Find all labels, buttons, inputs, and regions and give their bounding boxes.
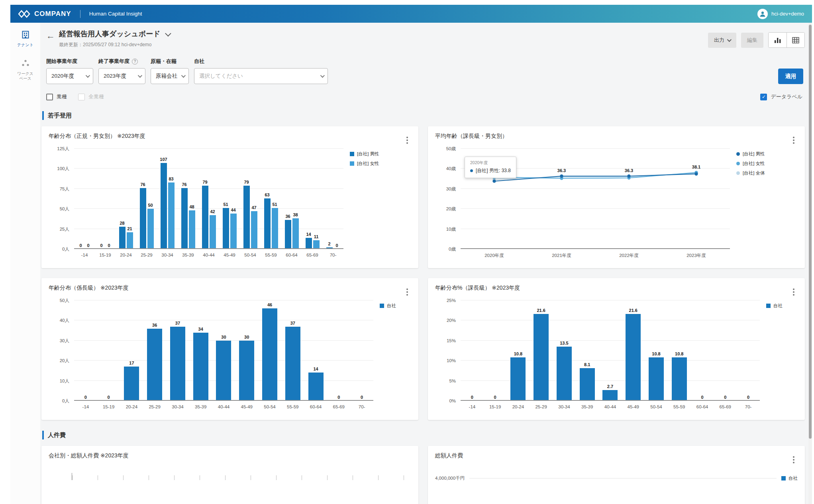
bar[interactable]: 11 — [313, 240, 320, 249]
kebab-menu-button[interactable] — [790, 133, 798, 142]
category-group: 0 — [350, 300, 373, 401]
vertical-scrollbar[interactable] — [808, 23, 812, 504]
chart-tooltip: 2020年度[自社] 男性: 33.8 — [465, 157, 516, 178]
legend-item: [自社] 男性 — [736, 151, 798, 157]
bar[interactable]: 76 — [140, 188, 146, 249]
chevron-down-icon[interactable] — [165, 30, 171, 37]
chart-view-button[interactable] — [769, 33, 787, 47]
bar[interactable]: 42 — [210, 215, 216, 249]
y-axis-tick: 25人 — [60, 226, 69, 232]
company-select[interactable]: 選択してください — [194, 68, 328, 84]
edit-button[interactable]: 編集 — [741, 33, 763, 48]
data-label: 36.3 — [625, 168, 633, 173]
sidebar-item-label: テナント — [17, 43, 33, 48]
back-arrow-icon[interactable]: ← — [46, 31, 55, 41]
bar[interactable]: 50 — [147, 209, 154, 249]
bar[interactable]: 107 — [161, 163, 167, 249]
x-axis-tick: 70- — [737, 404, 760, 409]
all-industry-checkbox[interactable]: 全業種 — [78, 93, 104, 100]
bar[interactable]: 8.1 — [580, 368, 595, 401]
bar[interactable]: 14 — [306, 238, 312, 249]
help-icon[interactable]: ? — [132, 59, 138, 65]
bar[interactable]: 36 — [285, 220, 291, 249]
bar[interactable]: 79 — [243, 186, 250, 249]
bar[interactable]: 10.8 — [510, 357, 526, 401]
sidebar-item-tenant[interactable]: テナント — [16, 30, 35, 47]
data-label-checkbox[interactable]: ✓ データラベル — [760, 93, 802, 100]
bar[interactable]: 21.6 — [626, 314, 641, 401]
data-point[interactable] — [694, 172, 698, 175]
x-axis-tick: 40-44 — [198, 253, 219, 257]
data-label: 2 — [328, 241, 330, 246]
bar[interactable]: 21.6 — [534, 314, 549, 401]
bar[interactable]: 17 — [124, 367, 139, 401]
scrollbar-thumb[interactable] — [809, 25, 812, 439]
bar[interactable]: 13.5 — [557, 347, 572, 401]
bar[interactable]: 76 — [181, 188, 188, 249]
bar[interactable]: 34 — [193, 333, 208, 401]
bar[interactable]: 37 — [285, 327, 300, 401]
bar[interactable]: 47 — [251, 211, 257, 249]
industry-checkbox[interactable]: 業種 — [46, 93, 67, 100]
bar[interactable]: 79 — [202, 186, 208, 249]
bar[interactable]: 46 — [262, 308, 277, 401]
category-group: 5144 — [219, 149, 240, 249]
gridline — [461, 400, 760, 401]
data-label: 0 — [494, 395, 496, 400]
data-label: 51 — [272, 202, 277, 207]
bar[interactable]: 48 — [189, 210, 195, 249]
bar[interactable]: 10.8 — [649, 357, 664, 401]
bar[interactable]: 51 — [223, 208, 229, 249]
category-group: 37 — [281, 300, 304, 401]
y-axis-tick: 0歳 — [449, 246, 456, 252]
data-point[interactable] — [492, 179, 496, 182]
y-axis: 0%5%10%15%20%25% — [435, 300, 461, 401]
bar[interactable]: 14 — [308, 373, 324, 401]
sidebar-item-workspace[interactable]: ワークスペース — [16, 59, 35, 81]
category-group: 30 — [235, 300, 258, 401]
kebab-menu-button[interactable] — [790, 284, 798, 294]
bar[interactable]: 37 — [170, 327, 185, 401]
affiliation-select[interactable]: 原籍会社 — [151, 68, 189, 84]
kebab-menu-button[interactable] — [790, 452, 798, 462]
bar[interactable]: 36 — [147, 329, 162, 401]
bar[interactable]: 51 — [272, 208, 278, 249]
x-axis: -1415-1920-2425-2930-3435-3940-4445-4950… — [74, 253, 343, 257]
x-axis-tick: 60-64 — [691, 404, 714, 409]
legend-swatch — [766, 304, 771, 308]
user-menu[interactable]: hci-dev+demo — [757, 9, 804, 19]
x-axis-tick: 2021年度 — [528, 253, 595, 259]
start-year-select[interactable]: 2020年度 — [46, 68, 93, 84]
bar[interactable]: 30 — [239, 341, 254, 401]
x-axis-tick: -14 — [74, 404, 97, 409]
chart-grid-2: 会社別・総額人件費 ※2023年度 総額人件費 4,000,000千円 — [41, 446, 805, 504]
data-point[interactable] — [627, 175, 630, 178]
bar[interactable]: 44 — [230, 214, 237, 249]
bar[interactable]: 28 — [119, 227, 126, 249]
data-label: 0 — [100, 243, 102, 248]
section-young-talent: 若手登用 — [42, 111, 805, 120]
x-axis-tick: 35-39 — [178, 253, 198, 257]
legend-item: [自社] 男性 — [350, 151, 411, 157]
bar[interactable]: 10.8 — [672, 357, 687, 401]
kebab-menu-button[interactable] — [403, 284, 411, 294]
category-group: 13.5 — [553, 300, 576, 401]
bar[interactable]: 30 — [216, 341, 231, 401]
bar[interactable]: 63 — [264, 198, 271, 249]
y-axis: 0人25人50人75人100人125人 — [49, 149, 74, 249]
y-axis-tick: 20% — [447, 318, 456, 323]
data-point[interactable] — [560, 175, 563, 178]
gridline — [461, 248, 730, 249]
category-group: 7650 — [136, 149, 157, 249]
kebab-menu-button[interactable] — [403, 133, 411, 142]
table-view-button[interactable] — [787, 33, 804, 47]
chart-title: 年齢分布（正規・男女別） ※2023年度 — [49, 133, 145, 140]
export-button[interactable]: 出力 — [708, 33, 736, 48]
x-axis-tick: 65-69 — [714, 404, 737, 409]
apply-button[interactable]: 適用 — [778, 69, 803, 84]
bar[interactable]: 38 — [292, 218, 299, 249]
bar[interactable]: 21 — [127, 232, 133, 249]
bar[interactable]: 2.7 — [602, 390, 618, 401]
end-year-select[interactable]: 2023年度 — [98, 68, 145, 84]
bar[interactable]: 83 — [168, 182, 175, 249]
